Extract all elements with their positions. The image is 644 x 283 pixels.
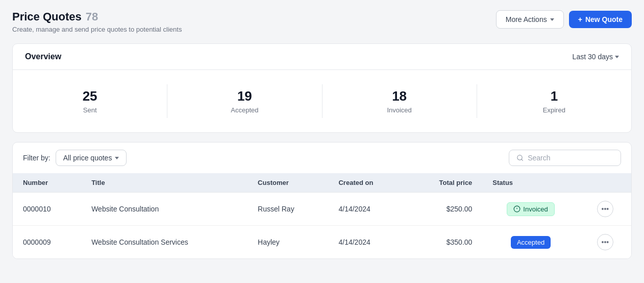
cell-title: Website Consultation Services bbox=[81, 226, 247, 259]
row-actions-button[interactable]: ••• bbox=[597, 234, 613, 250]
filter-dropdown[interactable]: All price quotes bbox=[56, 150, 127, 166]
stat-item-expired: 1 Expired bbox=[477, 84, 631, 118]
page-subtitle: Create, manage and send price quotes to … bbox=[12, 26, 182, 33]
overview-header: Overview Last 30 days bbox=[13, 44, 631, 70]
new-quote-button[interactable]: + New Quote bbox=[569, 11, 632, 28]
col-header-title: Title bbox=[81, 173, 247, 193]
cell-created-on: 4/14/2024 bbox=[328, 226, 406, 259]
row-actions-button[interactable]: ••• bbox=[597, 201, 613, 217]
filter-selected-value: All price quotes bbox=[63, 154, 112, 162]
chevron-down-icon bbox=[115, 157, 119, 159]
chevron-down-icon bbox=[550, 18, 554, 21]
more-actions-button[interactable]: More Actions bbox=[496, 10, 564, 29]
new-quote-label: New Quote bbox=[585, 15, 623, 23]
col-header-created-on: Created on bbox=[328, 173, 406, 193]
stat-number: 19 bbox=[237, 88, 252, 104]
invoiced-icon bbox=[513, 205, 521, 213]
col-header-customer: Customer bbox=[247, 173, 328, 193]
svg-line-1 bbox=[522, 159, 523, 161]
page-title-text: Price Quotes bbox=[12, 10, 82, 23]
table-body: 0000010Website ConsultationRussel Ray4/1… bbox=[13, 193, 631, 259]
filter-row: Filter by: All price quotes bbox=[13, 143, 631, 173]
page-header: Price Quotes 78 Create, manage and send … bbox=[12, 10, 632, 33]
stat-label: Accepted bbox=[231, 106, 258, 114]
stat-item-invoiced: 18 Invoiced bbox=[323, 84, 477, 118]
stat-label: Expired bbox=[543, 106, 565, 114]
table-row: 0000009Website Consultation ServicesHayl… bbox=[13, 226, 631, 259]
cell-actions: ••• bbox=[579, 193, 631, 226]
table-row: 0000010Website ConsultationRussel Ray4/1… bbox=[13, 193, 631, 226]
stat-label: Sent bbox=[83, 106, 97, 114]
cell-customer: Russel Ray bbox=[247, 193, 328, 226]
cell-title: Website Consultation bbox=[81, 193, 247, 226]
quotes-table: NumberTitleCustomerCreated onTotal price… bbox=[13, 173, 631, 258]
more-actions-label: More Actions bbox=[506, 15, 547, 23]
status-badge: Accepted bbox=[511, 236, 551, 249]
overview-stats: 25 Sent 19 Accepted 18 Invoiced 1 Expire… bbox=[13, 70, 631, 132]
page-title: Price Quotes 78 bbox=[12, 10, 182, 23]
cell-total-price: $350.00 bbox=[407, 226, 483, 259]
cell-status: Invoiced bbox=[482, 193, 579, 226]
search-box[interactable] bbox=[509, 150, 621, 166]
overview-title: Overview bbox=[25, 52, 61, 61]
cell-total-price: $250.00 bbox=[407, 193, 483, 226]
page-count: 78 bbox=[86, 10, 98, 23]
col-header-actions bbox=[579, 173, 631, 193]
table-header: NumberTitleCustomerCreated onTotal price… bbox=[13, 173, 631, 193]
filter-label: Filter by: bbox=[23, 154, 51, 162]
cell-created-on: 4/14/2024 bbox=[328, 193, 406, 226]
cell-customer: Hayley bbox=[247, 226, 328, 259]
col-header-status: Status bbox=[482, 173, 579, 193]
page-title-block: Price Quotes 78 Create, manage and send … bbox=[12, 10, 182, 33]
overview-card: Overview Last 30 days 25 Sent 19 Accepte… bbox=[12, 43, 632, 133]
overview-period-label: Last 30 days bbox=[573, 53, 613, 61]
overview-period-selector[interactable]: Last 30 days bbox=[573, 53, 619, 61]
stat-item-sent: 25 Sent bbox=[13, 84, 167, 118]
cell-status: Accepted bbox=[482, 226, 579, 259]
stat-number: 1 bbox=[551, 88, 558, 104]
col-header-total-price: Total price bbox=[407, 173, 483, 193]
table-section: Filter by: All price quotes NumberTitleC… bbox=[12, 142, 632, 259]
col-header-number: Number bbox=[13, 173, 81, 193]
plus-icon: + bbox=[578, 15, 582, 23]
search-icon bbox=[516, 154, 524, 162]
stat-number: 18 bbox=[392, 88, 407, 104]
header-actions: More Actions + New Quote bbox=[496, 10, 632, 29]
cell-number: 0000009 bbox=[13, 226, 81, 259]
status-badge: Invoiced bbox=[507, 202, 554, 216]
cell-number: 0000010 bbox=[13, 193, 81, 226]
search-input[interactable] bbox=[528, 154, 613, 162]
filter-left: Filter by: All price quotes bbox=[23, 150, 127, 166]
stat-number: 25 bbox=[83, 88, 97, 104]
chevron-down-icon bbox=[615, 56, 619, 58]
stat-label: Invoiced bbox=[387, 106, 411, 114]
cell-actions: ••• bbox=[579, 226, 631, 259]
stat-item-accepted: 19 Accepted bbox=[167, 84, 322, 118]
